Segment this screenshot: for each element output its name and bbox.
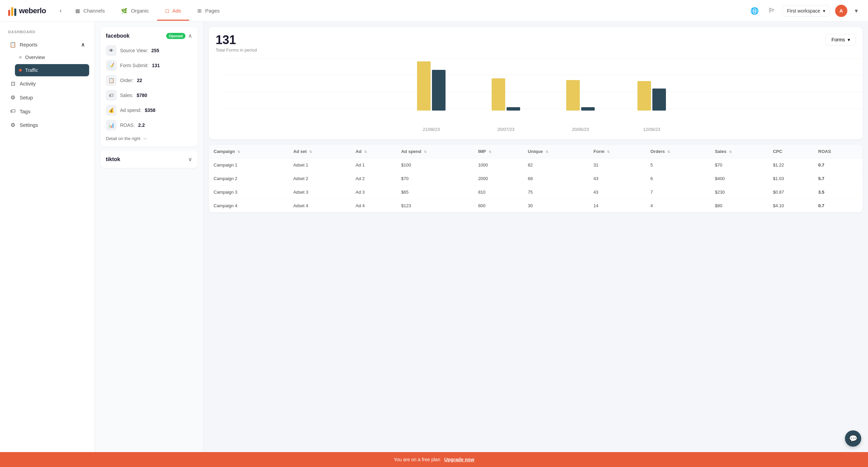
bar-21-08-dark	[432, 70, 446, 111]
order-value: 22	[137, 78, 142, 83]
cell-roas: 5.7	[813, 172, 863, 186]
opened-badge: Opened	[166, 33, 185, 39]
chat-button[interactable]: 💬	[845, 430, 861, 447]
cell-adset: Adset 4	[289, 199, 351, 213]
facebook-card: facebook Opened ∧ 👁 Source View: 255 📝 F…	[100, 27, 198, 147]
bar-21-08-yellow	[417, 61, 431, 111]
globe-icon-button[interactable]: 🌐	[748, 5, 761, 17]
bar-20-06-yellow	[566, 80, 580, 111]
sidebar-item-setup[interactable]: ⚙ Setup	[5, 91, 89, 104]
sidebar-sub: Overview Traffic	[5, 51, 89, 76]
detail-link-text: Detail on the right	[106, 136, 140, 141]
bar-12-06-dark	[652, 89, 666, 111]
arrow-right-icon: →	[142, 136, 147, 141]
source-view-label: Source View:	[120, 48, 148, 53]
facebook-stat-adspend: 💰 Ad spend: $358	[106, 103, 192, 118]
facebook-stat-order: 📋 Order: 22	[106, 73, 192, 88]
roas-icon: 📊	[106, 120, 117, 131]
cell-form: 14	[589, 199, 646, 213]
cell-orders: 7	[646, 186, 710, 199]
col-unique[interactable]: Unique ⇅	[523, 145, 589, 158]
user-dropdown-arrow[interactable]: ▾	[853, 5, 860, 17]
tiktok-expand-button[interactable]: ∨	[188, 156, 192, 162]
col-ad[interactable]: Ad ⇅	[351, 145, 396, 158]
facebook-detail-link[interactable]: Detail on the right →	[106, 136, 192, 141]
tiktok-card: tiktok ∨	[100, 151, 198, 168]
cell-sales: $230	[710, 186, 768, 199]
facebook-badges: Opened ∧	[166, 33, 192, 39]
cell-roas: 0.7	[813, 199, 863, 213]
table-row: Campaign 2 Adset 2 Ad 2 $70 2000 68 43 6…	[209, 172, 863, 186]
cell-cpc: $4.10	[768, 199, 814, 213]
bar-20-07-dark	[507, 107, 520, 111]
sales-label: Sales:	[120, 93, 133, 98]
avatar[interactable]: A	[835, 5, 847, 17]
tab-channels[interactable]: ▦ Channels	[67, 1, 113, 21]
col-orders[interactable]: Orders ⇅	[646, 145, 710, 158]
sidebar-item-settings[interactable]: ⚙ Settings	[5, 118, 89, 132]
bar-label-20-06: 20/06/23	[572, 127, 589, 132]
chart-dropdown[interactable]: Forms ▾	[826, 34, 856, 45]
cell-unique: 30	[523, 199, 589, 213]
order-icon: 📋	[106, 75, 117, 86]
cell-campaign: Campaign 4	[209, 199, 289, 213]
cell-orders: 4	[646, 199, 710, 213]
sidebar-item-activity[interactable]: ⊡ Activity	[5, 77, 89, 90]
nav-back-button[interactable]: ‹	[57, 4, 64, 17]
sidebar-item-tags[interactable]: 🏷 Tags	[5, 105, 89, 118]
tab-organic[interactable]: 🌿 Organic	[113, 1, 157, 21]
col-imp[interactable]: IMP ⇅	[473, 145, 523, 158]
bar-20-07-yellow	[492, 78, 505, 111]
facebook-collapse-button[interactable]: ∧	[188, 33, 192, 39]
cell-adspend: $123	[396, 199, 473, 213]
cell-cpc: $1.22	[768, 158, 814, 172]
cell-unique: 68	[523, 172, 589, 186]
workspace-name: First workspace	[787, 8, 820, 14]
cell-cpc: $1.03	[768, 172, 814, 186]
roas-value: 2.2	[138, 122, 145, 128]
col-form[interactable]: Form ⇅	[589, 145, 646, 158]
bar-20-06-dark	[581, 107, 595, 111]
form-submit-value: 131	[152, 63, 160, 68]
cell-ad: Ad 2	[351, 172, 396, 186]
workspace-selector[interactable]: First workspace ▾	[783, 5, 830, 17]
sidebar-item-overview[interactable]: Overview	[15, 51, 89, 63]
adspend-label: Ad spend:	[120, 108, 141, 113]
cell-roas: 0.7	[813, 158, 863, 172]
flag-icon-button[interactable]: 🏳	[766, 5, 777, 17]
col-adspend[interactable]: Ad spend ⇅	[396, 145, 473, 158]
tab-pages[interactable]: ⊞ Pages	[189, 1, 228, 21]
settings-icon: ⚙	[9, 122, 16, 128]
sidebar-item-traffic[interactable]: Traffic	[15, 64, 89, 76]
facebook-channel-name: facebook	[106, 33, 130, 39]
source-view-value: 255	[151, 48, 159, 53]
cell-imp: 600	[473, 199, 523, 213]
reports-header[interactable]: 📋 Reports ∧	[5, 38, 89, 51]
chart-dropdown-label: Forms	[831, 37, 845, 42]
cell-adspend: $70	[396, 172, 473, 186]
source-view-icon: 👁	[106, 45, 117, 56]
col-cpc[interactable]: CPC	[768, 145, 814, 158]
tab-ads[interactable]: ◻ Ads	[157, 1, 189, 21]
content-area: facebook Opened ∧ 👁 Source View: 255 📝 F…	[95, 22, 868, 452]
cell-orders: 6	[646, 172, 710, 186]
tiktok-card-header: tiktok ∨	[106, 156, 192, 162]
sort-icon-ad: ⇅	[364, 150, 367, 154]
sort-icon-adset: ⇅	[309, 150, 312, 154]
col-adset[interactable]: Ad set ⇅	[289, 145, 351, 158]
organic-icon: 🌿	[121, 8, 127, 14]
col-roas[interactable]: ROAS	[813, 145, 863, 158]
upgrade-link[interactable]: Upgrade now	[444, 457, 474, 462]
cell-ad: Ad 3	[351, 186, 396, 199]
cell-unique: 75	[523, 186, 589, 199]
ads-icon: ◻	[165, 8, 169, 14]
col-campaign[interactable]: Campaign ⇅	[209, 145, 289, 158]
table-body: Campaign 1 Adset 1 Ad 1 $100 1000 82 31 …	[209, 158, 863, 213]
navbar: weberlo ‹ ▦ Channels 🌿 Organic ◻ Ads ⊞ P…	[0, 0, 868, 22]
chart-subtitle: Total Forms in period	[216, 47, 257, 53]
col-sales[interactable]: Sales ⇅	[710, 145, 768, 158]
facebook-card-header: facebook Opened ∧	[106, 33, 192, 39]
chart-total: 131	[216, 34, 257, 46]
cell-form: 43	[589, 172, 646, 186]
bar-label-20-07: 20/07/23	[497, 127, 515, 132]
